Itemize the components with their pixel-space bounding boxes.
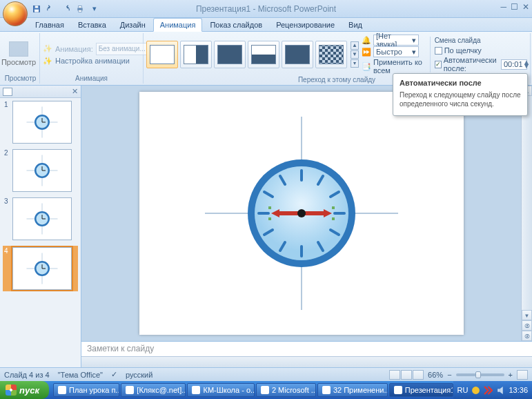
- preview-button[interactable]: Просмотр: [4, 41, 33, 66]
- transition-push[interactable]: [248, 41, 279, 68]
- maximize-icon[interactable]: ☐: [511, 2, 518, 12]
- view-buttons: [389, 370, 424, 380]
- on-click-checkbox[interactable]: По щелчку: [435, 46, 527, 55]
- transition-checker[interactable]: [315, 41, 347, 68]
- tooltip: Автоматически после Переход к следующему…: [393, 73, 528, 116]
- transition-gallery: ▲▼▾: [146, 41, 359, 68]
- animation-combo[interactable]: Без анимаци...: [96, 43, 150, 55]
- svg-rect-51: [332, 206, 335, 209]
- tray-time[interactable]: 13:36: [509, 386, 528, 394]
- slideshow-view-button[interactable]: [413, 370, 424, 380]
- tooltip-body: Переход к следующему слайду после опреде…: [400, 90, 521, 108]
- tray-kaspersky-icon[interactable]: [484, 386, 493, 395]
- slide-canvas[interactable]: [139, 92, 464, 335]
- tab-animation[interactable]: Анимация: [153, 18, 203, 32]
- svg-rect-53: [332, 217, 335, 220]
- quick-access-toolbar: ▾: [30, 3, 101, 15]
- transition-split[interactable]: [282, 41, 313, 68]
- spellcheck-icon[interactable]: ✓: [111, 370, 117, 379]
- zoom-slider[interactable]: [456, 373, 504, 376]
- animation-row: ✨Анимация:Без анимаци...: [43, 43, 150, 55]
- svg-point-54: [473, 387, 480, 394]
- slide-thumb-4[interactable]: 4: [3, 246, 78, 291]
- redo-icon[interactable]: [59, 3, 72, 15]
- svg-marker-56: [500, 387, 503, 394]
- tab-view[interactable]: Вид: [342, 19, 368, 31]
- tab-design[interactable]: Дизайн: [114, 19, 152, 31]
- slide-thumb-3[interactable]: 3: [4, 197, 77, 240]
- qat-dropdown-icon[interactable]: ▾: [88, 3, 101, 15]
- minimize-icon[interactable]: ─: [500, 2, 506, 12]
- tooltip-title: Автоматически после: [400, 79, 521, 87]
- transition-wipe[interactable]: [214, 41, 246, 68]
- status-slide: Слайд 4 из 4: [4, 371, 50, 379]
- editor: ▲▼⦿⦿ Заметки к слайду: [81, 86, 532, 367]
- svg-rect-50: [268, 206, 271, 209]
- svg-rect-1: [35, 6, 39, 8]
- auto-after-spinner[interactable]: 00:01▲▼: [501, 59, 527, 70]
- window-title: Презентация1 - Microsoft PowerPoint: [196, 4, 336, 14]
- clock-shape[interactable]: [205, 117, 398, 310]
- sound-combo[interactable]: [Нет звука]▾: [373, 35, 419, 46]
- tray-lang[interactable]: RU: [457, 386, 469, 394]
- office-button[interactable]: [3, 1, 28, 26]
- custom-animation-button[interactable]: ✨Настройка анимации: [43, 57, 150, 66]
- status-lang[interactable]: русский: [126, 371, 152, 379]
- status-theme: "Тема Office": [58, 371, 103, 379]
- ribbon-tabs: Главная Вставка Дизайн Анимация Показ сл…: [0, 18, 532, 32]
- title-bar: ▾ Презентация1 - Microsoft PowerPoint ─ …: [0, 0, 532, 18]
- taskbar-item[interactable]: [Клякс@.net]...: [121, 383, 186, 397]
- horizontal-scrollbar[interactable]: [81, 356, 532, 367]
- preview-label: Просмотр: [1, 58, 36, 66]
- taskbar-item[interactable]: 32 Применени...: [317, 383, 388, 397]
- zoom-in-icon[interactable]: +: [509, 371, 513, 379]
- close-icon[interactable]: ✕: [522, 2, 529, 12]
- auto-after-checkbox[interactable]: ✓Автоматически после:00:01▲▼: [435, 56, 527, 72]
- slides-tab-icon[interactable]: [3, 88, 12, 96]
- gallery-scroll[interactable]: ▲▼▾: [351, 41, 359, 68]
- slide-panel: ✕ 1234: [0, 86, 81, 367]
- save-icon[interactable]: [30, 3, 43, 15]
- notes-pane[interactable]: Заметки к слайду: [81, 341, 532, 356]
- speed-combo[interactable]: Быстро▾: [373, 46, 419, 57]
- svg-point-49: [297, 209, 306, 217]
- speed-icon: ⏩: [362, 48, 371, 57]
- svg-rect-5: [79, 10, 82, 12]
- svg-rect-4: [79, 6, 82, 8]
- sorter-view-button[interactable]: [401, 370, 412, 380]
- apply-all-button[interactable]: 📑Применить ко всем: [362, 58, 426, 75]
- undo-icon[interactable]: [45, 3, 57, 15]
- taskbar: пуск План урока п...[Клякс@.net]...КМ-Шк…: [0, 381, 532, 399]
- group-animation-label: Анимация: [43, 73, 140, 82]
- slide-thumb-2[interactable]: 2: [4, 149, 77, 192]
- tray-volume-icon[interactable]: [496, 386, 505, 395]
- group-preview-label: Просмотр: [4, 73, 37, 82]
- status-bar: Слайд 4 из 4 "Тема Office" ✓ русский 66%…: [0, 367, 532, 381]
- svg-rect-2: [35, 9, 39, 12]
- tray-icon[interactable]: [471, 386, 480, 395]
- panel-close-icon[interactable]: ✕: [72, 87, 78, 96]
- transition-none[interactable]: [146, 41, 178, 68]
- zoom-value[interactable]: 66%: [428, 371, 443, 379]
- taskbar-item[interactable]: Презентация1: [389, 383, 453, 397]
- tab-insert[interactable]: Вставка: [72, 19, 112, 31]
- svg-rect-52: [268, 217, 271, 220]
- taskbar-item[interactable]: КМ-Школа - о...: [187, 383, 254, 397]
- taskbar-item[interactable]: План урока п...: [53, 383, 119, 397]
- start-button[interactable]: пуск: [0, 381, 49, 399]
- advance-title: Смена слайда: [435, 37, 527, 44]
- fit-window-button[interactable]: [517, 370, 528, 380]
- tab-review[interactable]: Рецензирование: [270, 19, 341, 31]
- canvas-area[interactable]: [81, 86, 521, 341]
- taskbar-item[interactable]: 2 Microsoft ...: [256, 383, 316, 397]
- tab-home[interactable]: Главная: [29, 19, 70, 31]
- tab-slideshow[interactable]: Показ слайдов: [204, 19, 268, 31]
- quickprint-icon[interactable]: [74, 3, 86, 15]
- zoom-out-icon[interactable]: −: [447, 371, 451, 379]
- svg-rect-55: [498, 389, 500, 391]
- system-tray: RU 13:36: [453, 381, 532, 399]
- slide-thumb-1[interactable]: 1: [4, 101, 77, 144]
- normal-view-button[interactable]: [389, 370, 400, 380]
- vertical-scrollbar[interactable]: ▲▼⦿⦿: [521, 86, 532, 341]
- transition-fade[interactable]: [180, 41, 212, 68]
